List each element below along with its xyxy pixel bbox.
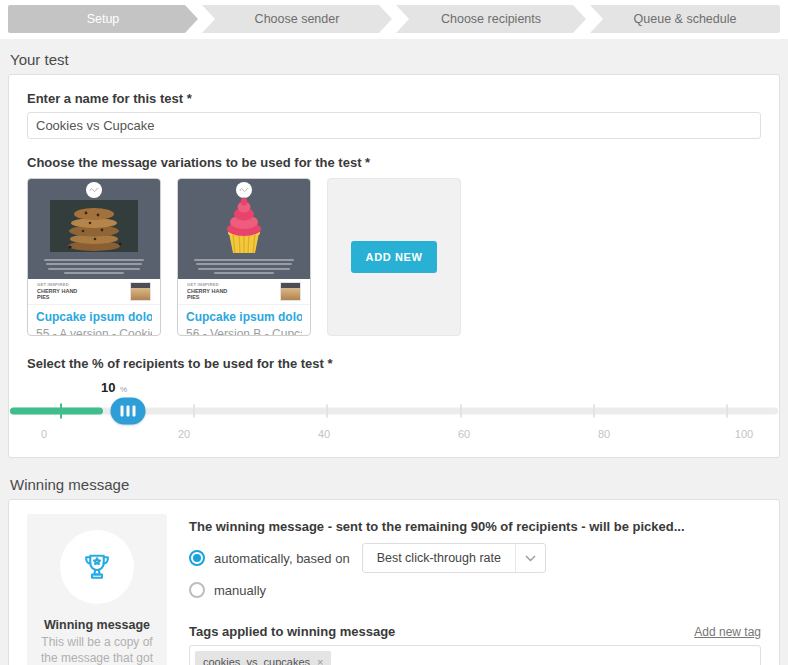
wizard-topbar: Setup Choose sender Choose recipients Qu… — [0, 0, 788, 39]
remove-tag-icon[interactable]: × — [317, 656, 323, 665]
winning-summary-card: Winning message This will be a copy of t… — [27, 514, 167, 665]
trophy-circle — [60, 530, 134, 604]
tick-label-80: 80 — [598, 428, 610, 440]
radio-manually[interactable] — [189, 582, 205, 598]
winning-summary-text: This will be a copy of the message that … — [37, 634, 157, 665]
test-name-input[interactable] — [27, 112, 761, 139]
cookies-photo — [50, 200, 138, 252]
card-a-footer: Cupcake ipsum dolor sit ... 55 - A versi… — [28, 305, 160, 336]
auto-option-row: automatically, based on Best click-throu… — [189, 543, 761, 573]
pastry-thumbnail — [280, 282, 301, 301]
slider-value-row: 10 % — [44, 377, 744, 396]
winning-summary-title: Winning message — [37, 618, 157, 632]
recipient-percent-slider: 10 % 0 — [27, 377, 761, 443]
add-new-button[interactable]: ADD NEW — [351, 241, 438, 273]
slider-handle[interactable] — [110, 397, 145, 424]
metric-dropdown[interactable]: Best click-through rate — [362, 543, 546, 573]
preview-eyebrow: GET INSPIRED — [187, 282, 276, 287]
tick-label-0: 0 — [41, 428, 47, 440]
pastry-thumbnail — [130, 282, 151, 301]
metric-dropdown-value: Best click-through rate — [363, 544, 515, 572]
tag-chip: cookies_vs_cupcakes × — [195, 651, 331, 665]
step-choose-sender[interactable]: Choose sender — [202, 5, 392, 33]
tick-label-20: 20 — [178, 428, 190, 440]
tick-label-40: 40 — [318, 428, 330, 440]
email-preview-b — [178, 179, 310, 279]
slider-track-row — [27, 396, 761, 425]
test-name-label: Enter a name for this test * — [27, 91, 761, 106]
add-new-tag-link[interactable]: Add new tag — [694, 625, 761, 639]
variations-label: Choose the message variations to be used… — [27, 155, 761, 170]
winning-options-column: The winning message - sent to the remain… — [189, 514, 761, 665]
card-b-footer: Cupcake ipsum dolor sit ... 56 - Version… — [178, 305, 310, 336]
wizard-stepper: Setup Choose sender Choose recipients Qu… — [8, 5, 780, 33]
slider-tick-60 — [460, 404, 462, 417]
card-b-subtitle: 56 - Version B - Cupcake — [186, 327, 302, 336]
manual-option-row: manually — [189, 582, 761, 598]
card-b-title[interactable]: Cupcake ipsum dolor sit ... — [186, 310, 302, 324]
picked-label: The winning message - sent to the remain… — [189, 519, 761, 534]
preview-eyebrow: GET INSPIRED — [37, 282, 126, 287]
chevron-down-icon — [515, 544, 545, 572]
tags-header: Tags applied to winning message Add new … — [189, 624, 761, 639]
variation-card-a[interactable]: GET INSPIRED CHERRY HAND PIES Cupcake ip… — [27, 178, 161, 336]
step-choose-recipients-label: Choose recipients — [441, 12, 541, 26]
radio-automatically[interactable] — [189, 550, 205, 566]
preview-heading: CHERRY HAND PIES — [37, 288, 81, 301]
tags-input-box[interactable]: cookies_vs_cupcakes × — [189, 645, 761, 665]
variation-cards-row: GET INSPIRED CHERRY HAND PIES Cupcake ip… — [27, 178, 761, 336]
preview-text-lines — [44, 256, 144, 274]
step-setup[interactable]: Setup — [8, 5, 198, 33]
card-a-title[interactable]: Cupcake ipsum dolor sit ... — [36, 310, 152, 324]
email-preview-a-footer: GET INSPIRED CHERRY HAND PIES — [28, 279, 160, 305]
slider-tick-80 — [593, 404, 595, 417]
your-test-heading: Your test — [10, 51, 778, 68]
brand-logo-icon — [86, 182, 102, 198]
step-choose-sender-label: Choose sender — [255, 12, 340, 26]
slider-value-label: 10 % — [101, 378, 127, 396]
slider-tick-20 — [193, 404, 195, 417]
step-setup-label: Setup — [87, 12, 120, 26]
variation-card-b[interactable]: GET INSPIRED CHERRY HAND PIES Cupcake ip… — [177, 178, 311, 336]
step-choose-recipients[interactable]: Choose recipients — [396, 5, 586, 33]
trophy-icon — [79, 549, 115, 585]
slider-tick-40 — [326, 404, 328, 417]
step-queue-schedule[interactable]: Queue & schedule — [590, 5, 780, 33]
slider-track-fill — [10, 407, 103, 414]
tick-label-100: 100 — [735, 428, 753, 440]
slider-tick-0 — [60, 403, 62, 418]
slider-tick-100 — [726, 404, 728, 417]
slider-unit: % — [120, 385, 127, 394]
slider-value: 10 — [101, 380, 115, 395]
radio-automatically-label: automatically, based on — [214, 551, 350, 566]
tags-label: Tags applied to winning message — [189, 624, 395, 639]
card-a-subtitle: 55 - A version - Cookies — [36, 327, 152, 336]
slider-tick-labels: 0 20 40 60 80 100 — [44, 428, 744, 443]
preview-text-lines — [194, 256, 294, 274]
cupcake-illustration — [213, 195, 275, 255]
tag-chip-label: cookies_vs_cupcakes — [203, 656, 310, 665]
winning-message-heading: Winning message — [10, 476, 778, 493]
winning-message-panel: Winning message This will be a copy of t… — [8, 499, 780, 665]
add-variation-card: ADD NEW — [327, 178, 461, 336]
preview-heading: CHERRY HAND PIES — [187, 288, 231, 301]
percent-label: Select the % of recipients to be used fo… — [27, 356, 761, 371]
email-preview-a — [28, 179, 160, 279]
radio-manually-label: manually — [214, 583, 266, 598]
step-queue-schedule-label: Queue & schedule — [634, 12, 737, 26]
tick-label-60: 60 — [458, 428, 470, 440]
email-preview-b-footer: GET INSPIRED CHERRY HAND PIES — [178, 279, 310, 305]
your-test-panel: Enter a name for this test * Choose the … — [8, 74, 780, 458]
